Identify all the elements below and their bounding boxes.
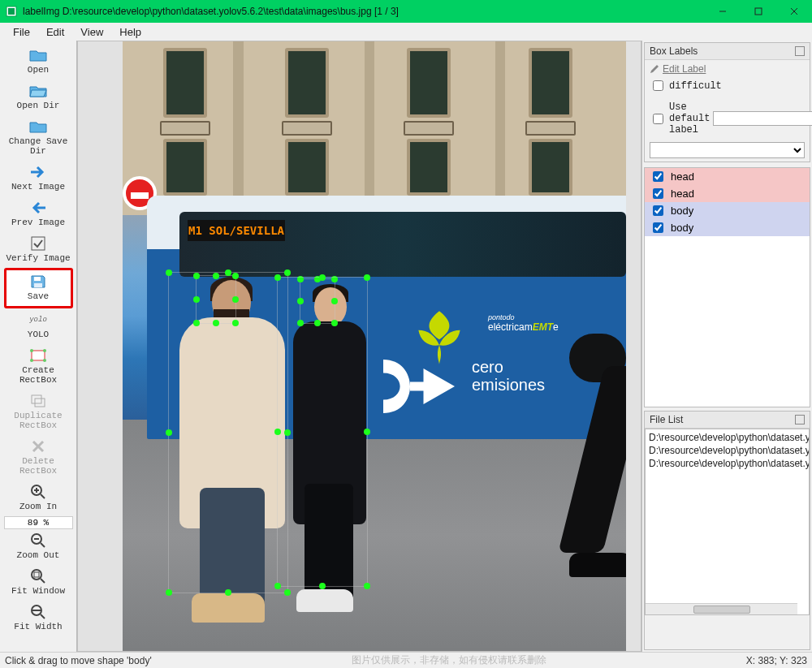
use-default-label-checkbox[interactable]: Use default label xyxy=(650,101,805,136)
svg-point-10 xyxy=(30,349,33,352)
bbox-body-1[interactable] xyxy=(168,272,288,593)
image[interactable]: M1 SOL/SEVILLA pontodo eléctricamEMTe ce… xyxy=(123,41,626,652)
label-text: body xyxy=(671,205,693,217)
label-checkbox[interactable] xyxy=(653,205,663,216)
save-icon xyxy=(6,272,71,291)
zoom-in-button[interactable]: Zoom In xyxy=(4,481,73,516)
label-text: head xyxy=(671,170,694,183)
delete-icon xyxy=(4,437,73,456)
label-checkbox[interactable] xyxy=(653,171,663,182)
label-row[interactable]: body xyxy=(645,219,810,236)
svg-line-29 xyxy=(41,614,45,618)
arrow-left-icon xyxy=(4,198,73,218)
label-checkbox[interactable] xyxy=(653,222,663,233)
svg-point-11 xyxy=(43,349,46,352)
image-canvas[interactable]: M1 SOL/SEVILLA pontodo eléctricamEMTe ce… xyxy=(77,41,641,652)
delete-rectbox-button[interactable]: Delete RectBox xyxy=(4,435,73,481)
left-toolbar: Open Open Dir Change Save Dir Next Image… xyxy=(0,41,77,652)
svg-point-12 xyxy=(30,359,33,362)
title-bar: labelImg D:\resource\develop\python\data… xyxy=(0,0,812,23)
change-save-dir-button[interactable]: Change Save Dir xyxy=(4,115,73,161)
verify-image-button[interactable]: Verify Image xyxy=(4,232,73,268)
fit-width-button[interactable]: Fit Width xyxy=(4,601,73,636)
minimize-button[interactable] xyxy=(705,0,741,23)
zoom-value-input[interactable]: 89 % xyxy=(4,516,73,529)
create-rectbox-button[interactable]: Create RectBox xyxy=(4,344,73,390)
svg-line-19 xyxy=(41,494,45,498)
menu-file[interactable]: File xyxy=(5,24,38,40)
duplicate-icon xyxy=(4,391,73,411)
arrow-right-icon xyxy=(4,162,73,182)
right-panel: Box Labels Edit Label difficult Use defa… xyxy=(641,41,812,652)
label-combo[interactable] xyxy=(650,142,805,158)
bus-slogan: cero emisiones xyxy=(472,358,545,394)
svg-rect-3 xyxy=(755,8,762,15)
svg-rect-27 xyxy=(34,572,39,577)
undock-icon[interactable] xyxy=(795,415,805,425)
checkbox-icon xyxy=(4,234,73,253)
svg-rect-8 xyxy=(34,283,42,287)
menu-bar: File Edit View Help xyxy=(0,23,812,41)
label-row[interactable]: head xyxy=(645,168,810,185)
svg-rect-15 xyxy=(35,399,45,407)
status-hint: Click & drag to move shape 'body' xyxy=(5,655,152,666)
scene-building xyxy=(123,41,626,215)
file-list-title: File List xyxy=(645,412,810,429)
open-folder-icon xyxy=(4,45,73,65)
app-icon xyxy=(5,5,18,18)
fit-window-icon xyxy=(4,567,73,586)
menu-edit[interactable]: Edit xyxy=(38,24,72,40)
fit-width-icon xyxy=(4,602,73,622)
window-title: labelImg D:\resource\develop\python\data… xyxy=(23,6,705,17)
label-text: head xyxy=(671,187,694,200)
scene-person-3 xyxy=(561,334,626,593)
file-list[interactable]: D:\resource\develop\python\dataset.yolov… xyxy=(645,429,810,615)
svg-line-23 xyxy=(41,543,45,547)
bus-destination: M1 SOL/SEVILLA xyxy=(188,220,285,241)
rectbox-icon xyxy=(4,346,73,365)
label-row[interactable]: head xyxy=(645,185,810,202)
pencil-icon xyxy=(650,64,659,74)
svg-rect-9 xyxy=(32,351,45,360)
menu-view[interactable]: View xyxy=(72,24,111,40)
label-row[interactable]: body xyxy=(645,202,810,219)
svg-rect-14 xyxy=(32,395,41,403)
svg-rect-1 xyxy=(8,8,15,15)
file-row[interactable]: D:\resource\develop\python\dataset.yolov… xyxy=(649,444,806,457)
svg-point-25 xyxy=(32,570,41,580)
menu-help[interactable]: Help xyxy=(111,24,149,40)
fit-window-button[interactable]: Fit Window xyxy=(4,565,73,601)
label-text: body xyxy=(671,222,693,234)
label-list[interactable]: headheadbodybody xyxy=(644,167,810,407)
label-checkbox[interactable] xyxy=(653,188,663,199)
default-label-input[interactable] xyxy=(713,111,812,126)
duplicate-rectbox-button[interactable]: Duplicate RectBox xyxy=(4,390,73,435)
prev-image-button[interactable]: Prev Image xyxy=(4,196,73,232)
open-button[interactable]: Open xyxy=(4,44,73,80)
status-bar: Click & drag to move shape 'body' 图片仅供展示… xyxy=(0,652,812,668)
zoom-in-icon xyxy=(4,482,73,502)
svg-rect-6 xyxy=(32,237,45,250)
format-small-label: yolo xyxy=(4,310,73,330)
svg-rect-7 xyxy=(34,277,41,281)
bbox-body-2[interactable] xyxy=(277,277,368,587)
save-button[interactable]: Save xyxy=(4,268,73,308)
zoom-out-icon xyxy=(4,531,73,550)
open-dir-button[interactable]: Open Dir xyxy=(4,80,73,115)
close-button[interactable] xyxy=(776,0,812,23)
next-image-button[interactable]: Next Image xyxy=(4,161,73,196)
status-coordinates: X: 383; Y: 323 xyxy=(746,655,807,666)
svg-line-26 xyxy=(41,579,45,583)
horizontal-scrollbar[interactable] xyxy=(646,603,797,614)
zoom-out-button[interactable]: Zoom Out xyxy=(4,529,73,565)
status-center: 图片仅供展示，非存储，如有侵权请联系删除 xyxy=(352,653,546,667)
change-dir-icon xyxy=(4,117,73,136)
file-row[interactable]: D:\resource\develop\python\dataset.yolov… xyxy=(649,431,806,444)
undock-icon[interactable] xyxy=(795,46,805,56)
maximize-button[interactable] xyxy=(741,0,776,23)
open-dir-icon xyxy=(4,81,73,101)
file-row[interactable]: D:\resource\develop\python\dataset.yolov… xyxy=(649,457,806,470)
edit-label-button[interactable]: Edit Label xyxy=(650,63,805,75)
format-button[interactable]: yolo YOLO xyxy=(4,308,73,344)
difficult-checkbox[interactable]: difficult xyxy=(650,78,805,93)
